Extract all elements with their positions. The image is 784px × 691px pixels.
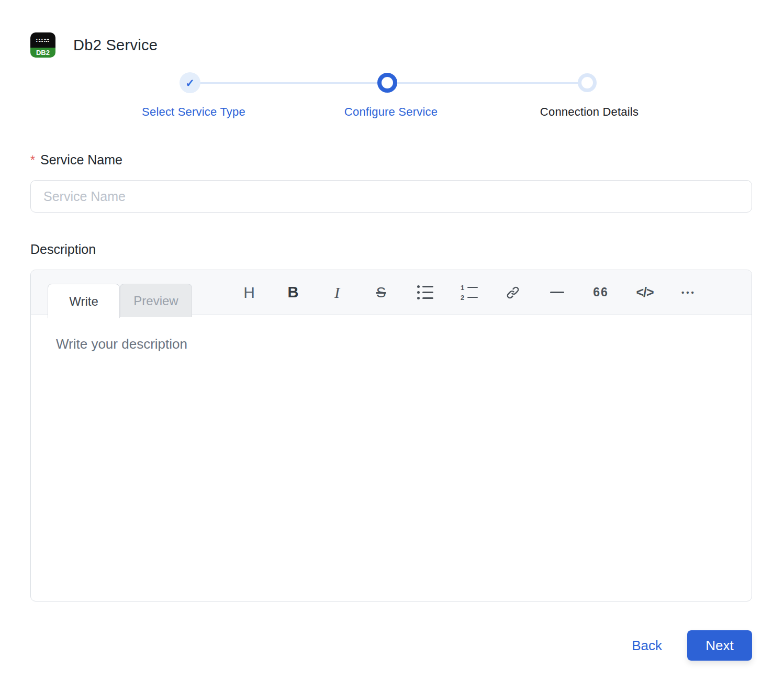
ibm-db2-logo: IBM DB2 bbox=[30, 32, 55, 58]
service-name-input[interactable] bbox=[30, 180, 752, 213]
description-label: Description bbox=[30, 242, 784, 257]
step-label-configure-service[interactable]: Configure Service bbox=[344, 105, 438, 119]
more-options-icon: ••• bbox=[681, 288, 696, 297]
step-indicator-configure-service[interactable] bbox=[377, 73, 397, 93]
next-button[interactable]: Next bbox=[687, 630, 752, 661]
code-icon: </> bbox=[636, 285, 653, 300]
heading-icon: H bbox=[243, 284, 255, 302]
service-name-label: Service Name bbox=[40, 152, 122, 167]
description-textarea[interactable] bbox=[31, 315, 752, 601]
more-options-button[interactable]: ••• bbox=[678, 278, 699, 307]
unordered-list-button[interactable] bbox=[415, 278, 435, 307]
heading-button[interactable]: H bbox=[239, 278, 260, 307]
horizontal-rule-button[interactable] bbox=[546, 278, 567, 307]
italic-icon: I bbox=[334, 284, 340, 302]
link-icon bbox=[506, 286, 520, 299]
db2-service-wizard: IBM DB2 Db2 Service ✓ Select Service Typ… bbox=[0, 32, 784, 661]
wizard-header: IBM DB2 Db2 Service bbox=[30, 32, 784, 58]
strikethrough-icon: S bbox=[376, 284, 386, 301]
bold-button[interactable]: B bbox=[283, 278, 304, 307]
ordered-list-button[interactable]: 1 2 bbox=[458, 278, 479, 307]
wizard-footer: Back Next bbox=[0, 630, 752, 661]
strikethrough-button[interactable]: S bbox=[371, 278, 391, 307]
required-asterisk: * bbox=[30, 153, 35, 167]
db2-logo-text: DB2 bbox=[30, 48, 55, 58]
ordered-list-icon: 1 2 bbox=[460, 284, 478, 301]
page-title: Db2 Service bbox=[73, 37, 158, 54]
stepper: ✓ Select Service Type Configure Service … bbox=[0, 72, 784, 123]
service-name-label-row: *Service Name bbox=[30, 152, 784, 168]
tab-preview[interactable]: Preview bbox=[120, 284, 192, 317]
quote-button[interactable]: 66 bbox=[590, 278, 611, 307]
markdown-editor: Write Preview H B I S bbox=[30, 270, 752, 601]
step-label-select-service-type[interactable]: Select Service Type bbox=[142, 105, 245, 119]
italic-button[interactable]: I bbox=[327, 278, 348, 307]
code-button[interactable]: </> bbox=[634, 278, 655, 307]
quote-icon: 66 bbox=[593, 285, 609, 299]
step-label-connection-details[interactable]: Connection Details bbox=[540, 105, 639, 119]
editor-write-pane bbox=[31, 315, 752, 601]
back-button[interactable]: Back bbox=[632, 638, 662, 654]
ibm-logo-text: IBM bbox=[36, 37, 50, 43]
link-button[interactable] bbox=[502, 278, 523, 307]
step-indicator-connection-details[interactable] bbox=[578, 73, 597, 92]
editor-tabs: Write Preview bbox=[48, 284, 192, 318]
unordered-list-icon bbox=[417, 285, 433, 299]
ibm-logo-icon: IBM bbox=[30, 32, 55, 48]
bold-icon: B bbox=[288, 284, 299, 301]
tab-write[interactable]: Write bbox=[48, 284, 120, 318]
check-icon: ✓ bbox=[185, 77, 195, 88]
formatting-tools: H B I S bbox=[239, 278, 752, 307]
step-indicator-select-service-type[interactable]: ✓ bbox=[180, 72, 200, 93]
editor-toolbar: Write Preview H B I S bbox=[31, 270, 752, 315]
horizontal-rule-icon bbox=[550, 292, 564, 293]
